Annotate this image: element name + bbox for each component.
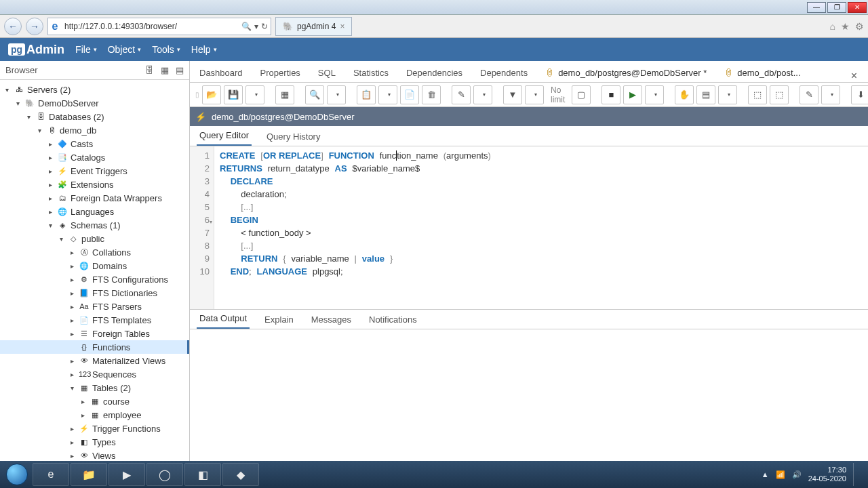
expand-icon[interactable]: ▸	[68, 317, 76, 324]
tree-item[interactable]: ▾🗄Databases (2)	[0, 110, 189, 123]
expand-icon[interactable]: ▸	[79, 411, 87, 419]
expand-icon[interactable]: ▸	[68, 249, 76, 256]
tree-item[interactable]: ▸🌐Domains	[0, 259, 189, 272]
tab-messages[interactable]: Messages	[309, 310, 354, 329]
tree-item[interactable]: ▸🗂Foreign Data Wrappers	[0, 191, 189, 205]
expand-icon[interactable]: ▾	[24, 113, 33, 121]
code-text[interactable]: CREATE [OR REPLACE] FUNCTION function_na…	[214, 146, 868, 309]
task-chrome[interactable]: ◯	[146, 463, 183, 486]
paste-button[interactable]: 📄	[400, 85, 419, 104]
tab-properties[interactable]: Properties	[258, 64, 303, 82]
tab-notifications[interactable]: Notifications	[366, 310, 420, 329]
home-icon[interactable]: ⌂	[830, 21, 835, 32]
limit-checkbox[interactable]: ▢	[572, 85, 591, 104]
favorites-icon[interactable]: ★	[841, 21, 850, 32]
edit-pencil-button[interactable]: ✎	[452, 85, 471, 104]
tab-dependents[interactable]: Dependents	[477, 64, 530, 82]
expand-icon[interactable]: ▸	[68, 303, 76, 310]
code-editor[interactable]: 123456▾78910 CREATE [OR REPLACE] FUNCTIO…	[190, 146, 868, 309]
menu-object[interactable]: Object	[108, 44, 141, 55]
tree-item[interactable]: ▸🧩Extensions	[0, 178, 189, 191]
tree-item[interactable]: ▸⚙FTS Configurations	[0, 272, 189, 286]
tree-item[interactable]: ▸👁Views	[0, 449, 189, 461]
tab-explain[interactable]: Explain	[262, 310, 296, 329]
tray-flag-icon[interactable]: ▲	[762, 470, 769, 479]
tree-item[interactable]: ▸🔷Casts	[0, 137, 189, 150]
tree-item[interactable]: ▸AaFTS Parsers	[0, 300, 189, 313]
tree-item[interactable]: {}Functions	[0, 340, 189, 354]
expand-icon[interactable]: ▸	[68, 262, 76, 270]
expand-icon[interactable]: ▾	[14, 100, 22, 107]
stop-button[interactable]: ■	[601, 85, 620, 104]
tree-item[interactable]: ▸⚡Trigger Functions	[0, 422, 189, 435]
tab-query-other[interactable]: 🛢 demo_db/post...	[722, 64, 803, 82]
expand-icon[interactable]: ▸	[68, 276, 76, 283]
browser-icon-3[interactable]: ▤	[176, 65, 184, 75]
edit-button[interactable]: ▦	[275, 85, 294, 104]
copy-button[interactable]: 📋	[357, 85, 376, 104]
tab-query-active[interactable]: 🛢 demo_db/postgres@DemoDbServer *	[542, 64, 709, 82]
copy-dropdown[interactable]	[378, 85, 397, 104]
tab-sql[interactable]: SQL	[315, 64, 338, 82]
execute-button[interactable]: ▶	[623, 85, 642, 104]
expand-icon[interactable]: ▾	[57, 235, 65, 243]
panel-handle-left[interactable]: ▯	[195, 91, 199, 98]
tab-dashboard[interactable]: Dashboard	[197, 64, 245, 82]
start-button[interactable]	[3, 463, 31, 486]
expand-icon[interactable]: ▸	[46, 154, 54, 161]
tray-network-icon[interactable]: 📶	[776, 470, 785, 479]
tree-item[interactable]: ▸◧Types	[0, 435, 189, 449]
tree-item[interactable]: ▸▦employee	[0, 408, 189, 422]
close-button[interactable]: ✕	[848, 2, 867, 13]
delete-button[interactable]: 🗑	[422, 85, 441, 104]
filter-button[interactable]: ▼	[503, 85, 522, 104]
save-button[interactable]: 💾	[224, 85, 243, 104]
browser-tab[interactable]: 🐘 pgAdmin 4 ×	[275, 17, 352, 36]
maximize-button[interactable]: ❐	[827, 2, 846, 13]
browser-icon-2[interactable]: ▦	[161, 65, 169, 75]
menu-tools[interactable]: Tools	[152, 44, 180, 55]
tree-item[interactable]: ▸⚡Event Triggers	[0, 164, 189, 178]
find-button[interactable]: 🔍	[305, 85, 324, 104]
tree-item[interactable]: ▾🐘DemoDbServer	[0, 96, 189, 110]
expand-icon[interactable]: ▸	[68, 452, 76, 460]
tab-dependencies[interactable]: Dependencies	[403, 64, 465, 82]
tree-item[interactable]: ▾◇public	[0, 232, 189, 245]
expand-icon[interactable]: ▸	[46, 167, 54, 175]
expand-icon[interactable]: ▸	[68, 289, 76, 297]
expand-icon[interactable]: ▸	[68, 371, 76, 378]
tree-item[interactable]: ▸▦course	[0, 394, 189, 408]
tab-statistics[interactable]: Statistics	[351, 64, 391, 82]
commit-dropdown[interactable]	[718, 85, 737, 104]
clear-dropdown[interactable]	[821, 85, 840, 104]
expand-icon[interactable]: ▾	[46, 222, 54, 229]
expand-icon[interactable]: ▸	[68, 330, 76, 338]
tree-item[interactable]: ▾🖧Servers (2)	[0, 83, 189, 96]
expand-icon[interactable]: ▾	[68, 384, 76, 392]
commit-button[interactable]: ▤	[696, 85, 715, 104]
expand-icon[interactable]: ▸	[68, 439, 76, 446]
tree-item[interactable]: ▸☰Foreign Tables	[0, 327, 189, 340]
edit-pencil-dropdown[interactable]	[473, 85, 492, 104]
address-bar[interactable]: e http://127.0.0.1:49303/browser/ 🔍 ▾ ↻	[47, 18, 271, 35]
tree-item[interactable]: ▸123Sequences	[0, 367, 189, 381]
browser-icon-1[interactable]: 🗄	[145, 65, 154, 75]
tree-item[interactable]: ▸🌐Languages	[0, 205, 189, 218]
tree-item[interactable]: ▸📄FTS Templates	[0, 313, 189, 327]
task-ie[interactable]: e	[33, 463, 69, 486]
tools-icon[interactable]: ⚙	[855, 21, 864, 32]
tab-query-history[interactable]: Query History	[264, 127, 323, 146]
task-explorer[interactable]: 📁	[71, 463, 107, 486]
execute-dropdown[interactable]	[645, 85, 664, 104]
minimize-button[interactable]: —	[807, 2, 826, 13]
menu-help[interactable]: Help	[191, 44, 217, 55]
expand-icon[interactable]: ▸	[79, 398, 87, 405]
expand-icon[interactable]: ▸	[46, 208, 54, 216]
clear-button[interactable]: ✎	[800, 85, 818, 104]
open-file-button[interactable]: 📂	[202, 85, 221, 104]
tab-query-editor[interactable]: Query Editor	[197, 126, 252, 146]
explain-button[interactable]: ✋	[675, 85, 694, 104]
expand-icon[interactable]: ▾	[35, 127, 43, 134]
tray-sound-icon[interactable]: 🔊	[792, 470, 802, 479]
filter-dropdown[interactable]	[525, 85, 544, 104]
